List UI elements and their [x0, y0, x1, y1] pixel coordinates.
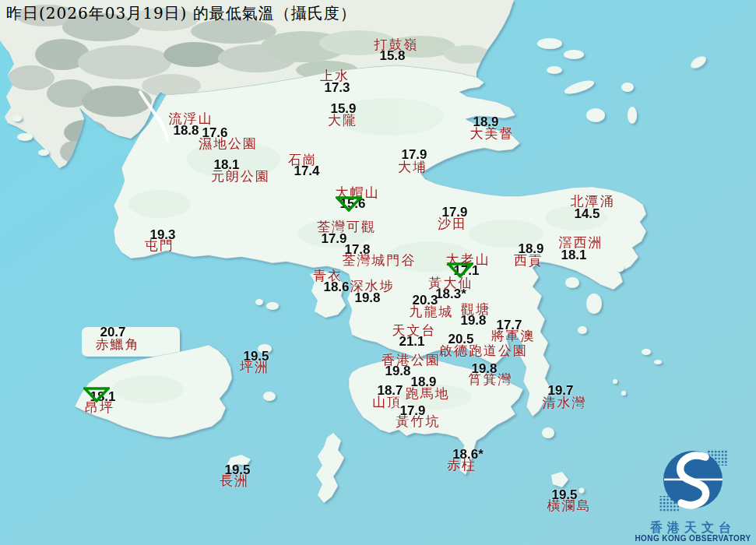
station-name: 深水埗	[350, 277, 395, 295]
station-name: 大帽山	[336, 184, 380, 202]
station-name: 大隴	[328, 111, 357, 129]
station-name: 長洲	[220, 472, 249, 490]
hko-logo-chinese-name: 香港天文台	[635, 521, 751, 534]
station-name: 大埔	[398, 158, 427, 176]
station-name: 昂坪	[85, 399, 114, 417]
station-name: 荃灣可觀	[317, 218, 376, 236]
station-name: 清水灣	[543, 394, 587, 412]
station-name: 九龍城	[410, 303, 454, 321]
station-name: 沙田	[438, 215, 467, 233]
station-name: 赤鱲角	[96, 336, 140, 353]
station-name: 觀塘	[461, 301, 491, 318]
min-temperature-map-screen: 昨日(2026年03月19日) 的最低氣溫（攝氏度） 15.8打鼓嶺17.3上水…	[0, 0, 756, 545]
hko-logo: 香港天文台 HONG KONG OBSERVATORY	[635, 440, 751, 543]
station-name: 坪洲	[240, 358, 269, 376]
hko-logo-english-name: HONG KONG OBSERVATORY	[635, 534, 751, 543]
station-name: 大老山	[446, 251, 491, 269]
station-name: 滘西洲	[559, 234, 603, 251]
station-name: 啟德跑道公園	[439, 342, 528, 360]
station-name: 上水	[320, 67, 350, 85]
station-name: 屯門	[145, 237, 174, 255]
station-name: 大美督	[470, 125, 515, 142]
station-name: 北潭涌	[571, 192, 615, 210]
station-name: 石崗	[288, 151, 318, 169]
station-name: 橫瀾島	[547, 497, 592, 515]
station-name: 赤柱	[447, 456, 476, 474]
station-name: 香港公園	[382, 351, 441, 369]
station-name: 荃灣城門谷	[343, 251, 417, 269]
station-name: 跑馬地	[406, 385, 450, 403]
station-name: 山頂	[372, 393, 402, 411]
station-name: 打鼓嶺	[374, 36, 419, 54]
station-name: 黃竹坑	[396, 413, 441, 431]
hko-emblem-icon	[652, 440, 733, 521]
station-name: 黃大仙	[429, 274, 473, 292]
station-name: 天文台	[392, 322, 437, 339]
station-name: 濕地公園	[199, 135, 258, 153]
station-name: 筲箕灣	[469, 371, 513, 389]
station-name: 元朗公園	[211, 167, 270, 185]
station-name: 西貢	[514, 251, 543, 269]
station-name: 青衣	[313, 267, 343, 285]
